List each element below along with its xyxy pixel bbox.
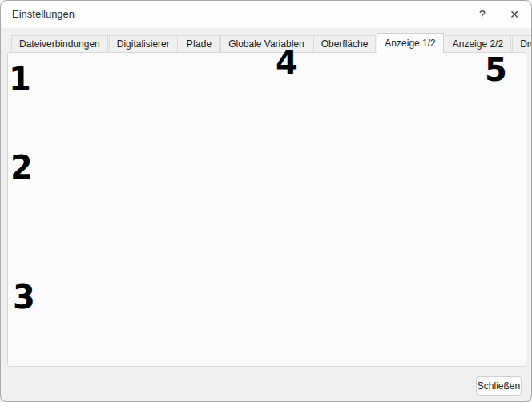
tab-drucken-1-2[interactable]: Drucken 1/2 (512, 35, 532, 53)
help-icon[interactable]: ? (470, 6, 494, 23)
tab-oberflaeche[interactable]: Oberfläche (313, 35, 377, 53)
tab-anzeige-1-2[interactable]: Anzeige 1/2 (377, 33, 443, 53)
tab-globale-variablen[interactable]: Globale Variablen (220, 35, 312, 53)
window-title: Einstellungen (12, 1, 75, 28)
schliessen-button[interactable]: Schließen (476, 376, 522, 396)
tab-dateiverbindungen[interactable]: Dateiverbindungen (11, 35, 108, 53)
tab-anzeige-2-2[interactable]: Anzeige 2/2 (445, 35, 511, 53)
tabstrip: Dateiverbindungen Digitalisierer Pfade G… (11, 34, 532, 53)
annotation-1: 1 (9, 63, 31, 95)
tab-page-anzeige-1-2 (7, 52, 526, 367)
settings-dialog: Einstellungen ? ✕ Dateiverbindungen Digi… (0, 0, 532, 402)
close-icon[interactable]: ✕ (502, 6, 526, 23)
annotation-2: 2 (10, 151, 33, 183)
annotation-4: 4 (276, 46, 298, 78)
titlebar: Einstellungen ? ✕ (1, 1, 531, 28)
annotation-3: 3 (13, 281, 35, 313)
tab-pfade[interactable]: Pfade (179, 35, 220, 53)
annotation-5: 5 (485, 54, 507, 86)
tab-digitalisierer[interactable]: Digitalisierer (109, 35, 178, 53)
